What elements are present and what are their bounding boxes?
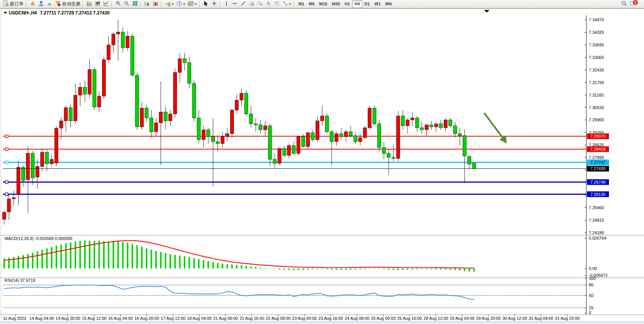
search-icon bbox=[621, 0, 627, 8]
chart-shift-button[interactable] bbox=[151, 0, 160, 8]
svg-text:7.27430: 7.27430 bbox=[590, 166, 606, 171]
separator bbox=[161, 1, 163, 7]
symbol-dropdown-icon[interactable] bbox=[4, 12, 7, 14]
periods-icon bbox=[176, 0, 182, 8]
dropdown-icon bbox=[172, 3, 174, 5]
auto-scroll-button[interactable] bbox=[143, 0, 151, 8]
svg-text:50: 50 bbox=[589, 293, 593, 298]
svg-text:80: 80 bbox=[589, 283, 593, 287]
tab-timeframe-h1[interactable]: H1 bbox=[342, 0, 352, 8]
cursor-icon bbox=[203, 0, 209, 8]
cursor-button[interactable] bbox=[202, 0, 210, 8]
crosshair-icon bbox=[211, 0, 217, 8]
svg-text:7.27747: 7.27747 bbox=[590, 160, 606, 165]
svg-text:16 Aug 04:00: 16 Aug 04:00 bbox=[108, 316, 133, 321]
navigator-button[interactable] bbox=[37, 0, 45, 8]
search-button[interactable] bbox=[620, 0, 628, 8]
crosshair-button[interactable] bbox=[210, 0, 218, 8]
svg-text:14 Aug 04:00: 14 Aug 04:00 bbox=[29, 316, 54, 321]
zoom-in-button[interactable] bbox=[114, 0, 123, 8]
text-button[interactable]: A bbox=[264, 0, 273, 8]
horizontal-scrollbar[interactable] bbox=[0, 321, 644, 324]
svg-text:7.27995: 7.27995 bbox=[589, 155, 604, 160]
notification-badge: 1 bbox=[633, 0, 638, 5]
macd-panel: 0.0267640.00-0.005872 bbox=[3, 236, 608, 278]
svg-text:7.34970: 7.34970 bbox=[589, 17, 604, 22]
chart-title: USDCNH-,H4 7.27711 7.27725 7.27412 7.274… bbox=[4, 10, 110, 16]
svg-text:23 Aug 16:00: 23 Aug 16:00 bbox=[319, 316, 343, 321]
svg-text:0: 0 bbox=[589, 310, 591, 315]
indicators-button[interactable] bbox=[164, 0, 175, 8]
separator bbox=[220, 1, 221, 7]
svg-text:F: F bbox=[261, 3, 262, 6]
autotrading-button[interactable]: 自动交易 bbox=[54, 0, 81, 8]
svg-text:7.28418: 7.28418 bbox=[590, 147, 606, 151]
market-watch-button[interactable] bbox=[29, 0, 37, 8]
chart-ohlc-values: 7.27711 7.27725 7.27412 7.27430 bbox=[40, 10, 110, 16]
chart-canvas[interactable]: 7.349707.343257.336957.330657.324357.317… bbox=[0, 0, 644, 324]
tab-timeframe-mn[interactable]: MN bbox=[383, 0, 394, 8]
svg-text:7.24185: 7.24185 bbox=[589, 230, 604, 235]
bar-chart-icon bbox=[86, 0, 92, 8]
tab-timeframe-h4[interactable]: H4 bbox=[352, 0, 362, 8]
separator bbox=[140, 1, 142, 7]
svg-text:25 Aug 00:00: 25 Aug 00:00 bbox=[371, 316, 396, 321]
equidistant-channel-button[interactable]: E bbox=[247, 0, 256, 8]
tab-timeframe-m5[interactable]: M5 bbox=[306, 0, 317, 8]
autotrading-icon bbox=[55, 0, 61, 8]
svg-text:29 Aug 04:00: 29 Aug 04:00 bbox=[450, 316, 475, 321]
tab-timeframe-m30[interactable]: M30 bbox=[330, 0, 342, 8]
svg-text:T: T bbox=[276, 2, 278, 5]
arrows-button[interactable] bbox=[281, 0, 292, 8]
notifications-button[interactable]: 1 bbox=[628, 0, 642, 8]
separator bbox=[83, 1, 84, 7]
signals-button[interactable] bbox=[45, 0, 54, 8]
dropdown-icon bbox=[194, 3, 197, 5]
vertical-line-button[interactable] bbox=[222, 0, 231, 8]
rsi-panel: 1008050150 bbox=[3, 276, 596, 315]
text-label-button[interactable]: T bbox=[273, 0, 281, 8]
candlestick-chart-button[interactable] bbox=[94, 0, 102, 8]
main-toolbar: 新订单 自动交易 bbox=[0, 0, 644, 8]
line-chart-button[interactable] bbox=[102, 0, 110, 8]
svg-text:31 Aug 04:00: 31 Aug 04:00 bbox=[529, 316, 553, 321]
tab-timeframe-m1[interactable]: M1 bbox=[296, 0, 306, 8]
svg-text:18 Aug 04:00: 18 Aug 04:00 bbox=[187, 316, 212, 321]
periods-button[interactable] bbox=[175, 0, 187, 8]
tile-windows-button[interactable] bbox=[131, 0, 139, 8]
svg-text:0.00: 0.00 bbox=[589, 266, 597, 271]
templates-icon bbox=[188, 0, 194, 8]
svg-text:7.31790: 7.31790 bbox=[589, 80, 604, 85]
svg-text:11 Aug 2023: 11 Aug 2023 bbox=[3, 316, 26, 321]
separator bbox=[293, 1, 295, 7]
trendline-button[interactable] bbox=[239, 0, 247, 8]
auto-scroll-icon bbox=[144, 0, 150, 8]
svg-text:A: A bbox=[267, 1, 270, 6]
svg-text:25 Aug 16:00: 25 Aug 16:00 bbox=[397, 316, 422, 321]
svg-text:23 Aug 00:00: 23 Aug 00:00 bbox=[292, 316, 317, 321]
svg-text:17 Aug 12:00: 17 Aug 12:00 bbox=[161, 316, 185, 321]
horizontal-line-icon bbox=[232, 0, 238, 8]
bar-chart-button[interactable] bbox=[85, 0, 94, 8]
horizontal-lines bbox=[3, 135, 586, 195]
svg-text:7.33695: 7.33695 bbox=[589, 43, 604, 47]
new-order-button[interactable]: 新订单 bbox=[2, 0, 25, 8]
tab-timeframe-m15[interactable]: M15 bbox=[317, 0, 330, 8]
horizontal-line-button[interactable] bbox=[231, 0, 239, 8]
trend-arrow-annotation bbox=[484, 113, 507, 143]
separator bbox=[199, 1, 201, 7]
time-axis: 11 Aug 202314 Aug 04:0014 Aug 20:0015 Au… bbox=[3, 314, 580, 321]
zoom-out-icon bbox=[124, 0, 130, 8]
svg-text:7.32435: 7.32435 bbox=[589, 68, 604, 72]
panel-chrome bbox=[0, 9, 644, 322]
templates-button[interactable] bbox=[187, 0, 198, 8]
svg-text:E: E bbox=[252, 3, 254, 6]
svg-text:7.25460: 7.25460 bbox=[589, 205, 604, 210]
tab-timeframe-w1[interactable]: W1 bbox=[372, 0, 383, 8]
zoom-out-button[interactable] bbox=[123, 0, 131, 8]
text-label-icon: T bbox=[274, 0, 280, 8]
fibonacci-button[interactable]: F bbox=[256, 0, 264, 8]
tab-timeframe-d1[interactable]: D1 bbox=[362, 0, 372, 8]
indicators-icon bbox=[165, 0, 171, 8]
svg-text:15: 15 bbox=[589, 305, 593, 310]
